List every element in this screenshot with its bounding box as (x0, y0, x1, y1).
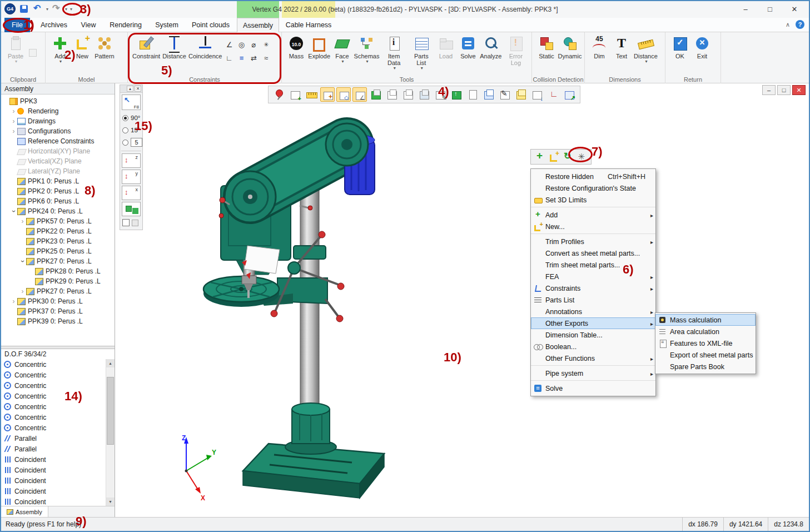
rotate-z-button[interactable]: z (122, 153, 141, 168)
copy-icon[interactable] (29, 49, 37, 57)
coincidence-button[interactable]: Coincidence (187, 33, 223, 59)
context-menu-item[interactable]: Trim sheet metal parts... (531, 259, 655, 271)
tree-expander-icon[interactable] (19, 287, 26, 295)
tree-item[interactable]: PPK28 0: Perus .L (1, 266, 115, 276)
tab-rendering[interactable]: Rendering (105, 18, 147, 32)
dof-item[interactable]: Concentric (1, 412, 106, 422)
tree-item[interactable]: Rendering (1, 106, 115, 116)
custom-angle-input[interactable]: 5 (131, 138, 142, 147)
face-button[interactable]: Face ▾ (331, 33, 353, 64)
tree-item[interactable]: Vertical(XZ) Plane (1, 156, 115, 166)
drag-select-icon[interactable] (288, 87, 302, 102)
tree-item[interactable]: PPK37 0: Perus .L (1, 306, 115, 316)
context-menu-item[interactable]: Other Functions (531, 352, 655, 366)
tree-item[interactable]: PPK29 0: Perus .L (1, 276, 115, 286)
undo-icon[interactable] (32, 3, 43, 14)
dof-item[interactable]: Coincident (1, 475, 106, 486)
tree-item[interactable]: PPK22 0: Perus .L (1, 226, 115, 236)
tree-item[interactable]: PPK39 0: Perus .L (1, 316, 115, 326)
dof-item[interactable]: Parallel (1, 433, 106, 444)
tree-item[interactable]: PPK2 0: Perus .L (1, 186, 115, 196)
view-section-icon[interactable] (433, 87, 448, 102)
tree-item[interactable]: Horizontal(XY) Plane (1, 146, 115, 156)
submenu-item[interactable]: Spare Parts Book (655, 361, 756, 372)
dof-scrollbar[interactable] (106, 359, 115, 506)
mass-button[interactable]: 10.0 Mass (285, 33, 307, 59)
dof-item[interactable]: Concentric (1, 370, 106, 380)
screen-capture-icon[interactable] (562, 87, 577, 102)
angle-15-radio[interactable]: 15° (120, 124, 142, 136)
constraint-button[interactable]: Constraint (131, 33, 161, 59)
context-menu-item[interactable]: Add (531, 209, 655, 221)
tree-expander-icon[interactable] (19, 217, 26, 225)
tree-expander-icon[interactable] (10, 297, 17, 305)
snap-point-icon[interactable] (352, 87, 367, 102)
tree-item[interactable]: PPK1 0: Perus .L (1, 176, 115, 186)
distance-constraint-button[interactable]: Distance (161, 33, 187, 59)
new-button[interactable]: New (71, 33, 93, 59)
copy-view-icon[interactable] (481, 87, 496, 102)
tree-item[interactable]: PPK23 0: Perus .L (1, 236, 115, 246)
redo-icon[interactable] (51, 3, 62, 14)
analyze-button[interactable]: Analyze (479, 33, 503, 59)
submenu-item[interactable]: Mass calculation (655, 314, 756, 326)
parts-list-button[interactable]: Parts List ▾ (408, 33, 435, 71)
align-view-button[interactable] (122, 202, 141, 216)
close-button[interactable] (782, 1, 807, 17)
concentric-constraint-icon[interactable] (235, 38, 247, 51)
context-menu-item[interactable]: New... (531, 221, 655, 234)
tree-item[interactable]: PPK30 0: Perus .L (1, 296, 115, 306)
context-menu-item[interactable]: FEA (531, 271, 655, 282)
document-minimize-button[interactable] (762, 85, 776, 95)
drawing-sheets-icon[interactable] (514, 87, 528, 102)
solve-button[interactable]: Solve (457, 33, 479, 59)
ok-button[interactable]: OK (669, 33, 691, 59)
parallel-constraint-icon[interactable] (235, 51, 247, 64)
tab-archives[interactable]: Archives (34, 18, 73, 32)
refresh-icon[interactable] (562, 151, 574, 163)
view-box-icon[interactable] (417, 87, 431, 102)
distance-dim-button[interactable]: Distance ▾ (633, 33, 659, 64)
scrollbar-thumb[interactable] (107, 377, 114, 445)
dim-button[interactable]: 45 Dim (588, 33, 610, 59)
swap-constraint-icon[interactable] (247, 51, 260, 64)
error-log-button[interactable]: Error Log (503, 33, 529, 66)
rotate-x-button[interactable]: x (122, 186, 141, 200)
tab-cable-harness[interactable]: Cable Harness (282, 18, 335, 32)
tree-item[interactable]: Drawings (1, 116, 115, 126)
document-close-button[interactable] (792, 85, 806, 95)
gear-icon[interactable] (577, 151, 589, 163)
snap-free-icon[interactable] (320, 87, 335, 102)
scroll-up-icon[interactable] (106, 359, 115, 367)
context-menu-item[interactable]: Restore Configuration's State (531, 182, 655, 194)
curve-constraint-icon[interactable] (260, 51, 272, 64)
tree-expander-icon[interactable] (10, 207, 17, 215)
tab-point-clouds[interactable]: Point clouds (188, 18, 233, 32)
view-hidden-line-icon[interactable] (401, 87, 415, 102)
schemas-button[interactable]: Schemas ▾ (353, 33, 380, 64)
redo-dropdown-icon[interactable] (65, 7, 67, 12)
dof-item[interactable]: Concentric (1, 401, 106, 412)
panel-checkbox[interactable] (122, 219, 130, 226)
tree-expander-icon[interactable] (19, 257, 26, 265)
dof-item[interactable]: Coincident (1, 496, 106, 506)
context-menu-item[interactable]: Parts List (531, 294, 655, 306)
item-data-button[interactable]: Item Data ▾ (380, 33, 408, 71)
tree-item[interactable]: PPK3 (1, 96, 115, 106)
angle-constraint-icon[interactable] (223, 38, 235, 51)
panel-close-icon[interactable] (135, 86, 141, 92)
explode-button[interactable]: Explode (307, 33, 331, 59)
tree-expander-icon[interactable] (10, 107, 17, 115)
context-menu-item[interactable]: Boolean... (531, 341, 655, 352)
load-button[interactable]: Load (435, 33, 457, 59)
panel-handle-icon[interactable] (132, 220, 138, 226)
context-menu-item[interactable]: Restore Hidden Ctrl+Shift+H (531, 171, 655, 182)
navigation-icon[interactable] (449, 87, 464, 102)
perpendicular-constraint-icon[interactable] (223, 51, 235, 64)
tree-item[interactable]: Lateral(YZ) Plane (1, 166, 115, 176)
static-collision-button[interactable]: Static (535, 33, 558, 59)
submenu-item[interactable]: Area calculation (655, 326, 756, 337)
context-menu-item[interactable]: Solve (531, 382, 655, 394)
tree-item[interactable]: PPK27 0: Perus .L (1, 256, 115, 266)
context-menu-item[interactable]: Set 3D Limits (531, 194, 655, 207)
